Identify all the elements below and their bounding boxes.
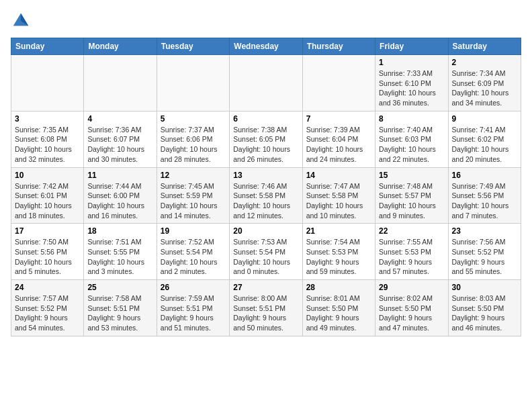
- day-info: Sunrise: 7:40 AMSunset: 6:03 PMDaylight:…: [379, 125, 444, 165]
- day-number: 11: [87, 171, 152, 180]
- calendar-cell: [230, 55, 302, 111]
- day-number: 23: [452, 226, 517, 236]
- day-info: Sunrise: 7:56 AMSunset: 5:52 PMDaylight:…: [452, 237, 517, 277]
- day-number: 4: [87, 114, 152, 124]
- day-info: Sunrise: 7:39 AMSunset: 6:04 PMDaylight:…: [306, 125, 371, 165]
- calendar-cell: 20Sunrise: 7:53 AMSunset: 5:54 PMDayligh…: [230, 224, 302, 280]
- day-info: Sunrise: 7:42 AMSunset: 6:01 PMDaylight:…: [15, 181, 80, 221]
- day-number: 2: [452, 58, 517, 67]
- calendar-cell: 21Sunrise: 7:54 AMSunset: 5:53 PMDayligh…: [302, 224, 375, 280]
- day-info: Sunrise: 7:49 AMSunset: 5:56 PMDaylight:…: [452, 181, 517, 221]
- calendar-cell: 22Sunrise: 7:55 AMSunset: 5:53 PMDayligh…: [375, 224, 448, 280]
- day-info: Sunrise: 7:47 AMSunset: 5:58 PMDaylight:…: [306, 181, 371, 221]
- day-info: Sunrise: 7:58 AMSunset: 5:51 PMDaylight:…: [87, 293, 152, 333]
- calendar-cell: [11, 55, 84, 111]
- day-info: Sunrise: 7:55 AMSunset: 5:53 PMDaylight:…: [379, 237, 444, 277]
- day-number: 25: [87, 283, 152, 292]
- day-info: Sunrise: 7:53 AMSunset: 5:54 PMDaylight:…: [233, 237, 298, 277]
- calendar: SundayMondayTuesdayWednesdayThursdayFrid…: [11, 38, 521, 336]
- calendar-body: 1Sunrise: 7:33 AMSunset: 6:10 PMDaylight…: [11, 55, 521, 336]
- calendar-cell: 17Sunrise: 7:50 AMSunset: 5:56 PMDayligh…: [11, 224, 84, 280]
- calendar-cell: 3Sunrise: 7:35 AMSunset: 6:08 PMDaylight…: [11, 111, 84, 167]
- calendar-week-4: 17Sunrise: 7:50 AMSunset: 5:56 PMDayligh…: [11, 224, 521, 280]
- day-info: Sunrise: 7:35 AMSunset: 6:08 PMDaylight:…: [15, 125, 80, 165]
- day-info: Sunrise: 7:37 AMSunset: 6:06 PMDaylight:…: [161, 125, 226, 165]
- day-info: Sunrise: 7:46 AMSunset: 5:58 PMDaylight:…: [233, 181, 298, 221]
- day-info: Sunrise: 7:34 AMSunset: 6:09 PMDaylight:…: [452, 68, 517, 108]
- calendar-cell: 29Sunrise: 8:02 AMSunset: 5:50 PMDayligh…: [375, 280, 448, 336]
- day-number: 19: [161, 226, 226, 236]
- day-number: 1: [379, 58, 444, 67]
- calendar-cell: 19Sunrise: 7:52 AMSunset: 5:54 PMDayligh…: [157, 224, 229, 280]
- day-number: 26: [161, 283, 226, 292]
- weekday-header-tuesday: Tuesday: [157, 38, 229, 55]
- calendar-cell: 7Sunrise: 7:39 AMSunset: 6:04 PMDaylight…: [302, 111, 375, 167]
- day-info: Sunrise: 7:44 AMSunset: 6:00 PMDaylight:…: [87, 181, 152, 221]
- day-info: Sunrise: 7:33 AMSunset: 6:10 PMDaylight:…: [379, 68, 444, 108]
- calendar-cell: 9Sunrise: 7:41 AMSunset: 6:02 PMDaylight…: [448, 111, 521, 167]
- calendar-cell: 6Sunrise: 7:38 AMSunset: 6:05 PMDaylight…: [230, 111, 302, 167]
- calendar-cell: 14Sunrise: 7:47 AMSunset: 5:58 PMDayligh…: [302, 167, 375, 224]
- logo-icon: [11, 11, 31, 31]
- calendar-cell: 2Sunrise: 7:34 AMSunset: 6:09 PMDaylight…: [448, 55, 521, 111]
- calendar-cell: [84, 55, 157, 111]
- day-info: Sunrise: 7:57 AMSunset: 5:52 PMDaylight:…: [15, 293, 80, 333]
- day-info: Sunrise: 7:48 AMSunset: 5:57 PMDaylight:…: [379, 181, 444, 221]
- day-info: Sunrise: 7:51 AMSunset: 5:55 PMDaylight:…: [87, 237, 152, 277]
- day-info: Sunrise: 7:36 AMSunset: 6:07 PMDaylight:…: [87, 125, 152, 165]
- day-number: 28: [306, 283, 371, 292]
- day-number: 20: [233, 226, 298, 236]
- calendar-cell: 8Sunrise: 7:40 AMSunset: 6:03 PMDaylight…: [375, 111, 448, 167]
- calendar-header-row: SundayMondayTuesdayWednesdayThursdayFrid…: [11, 38, 521, 55]
- weekday-header-friday: Friday: [375, 38, 448, 55]
- calendar-cell: 18Sunrise: 7:51 AMSunset: 5:55 PMDayligh…: [84, 224, 157, 280]
- calendar-cell: 11Sunrise: 7:44 AMSunset: 6:00 PMDayligh…: [84, 167, 157, 224]
- day-number: 29: [379, 283, 444, 292]
- day-number: 27: [233, 283, 298, 292]
- day-number: 16: [452, 171, 517, 180]
- day-number: 13: [233, 171, 298, 180]
- calendar-cell: 5Sunrise: 7:37 AMSunset: 6:06 PMDaylight…: [157, 111, 229, 167]
- day-number: 21: [306, 226, 371, 236]
- day-info: Sunrise: 8:01 AMSunset: 5:50 PMDaylight:…: [306, 293, 371, 333]
- day-number: 15: [379, 171, 444, 180]
- day-number: 30: [452, 283, 517, 292]
- day-number: 17: [15, 226, 80, 236]
- day-info: Sunrise: 8:03 AMSunset: 5:50 PMDaylight:…: [452, 293, 517, 333]
- day-number: 8: [379, 114, 444, 124]
- calendar-cell: [302, 55, 375, 111]
- calendar-cell: 25Sunrise: 7:58 AMSunset: 5:51 PMDayligh…: [84, 280, 157, 336]
- calendar-cell: 28Sunrise: 8:01 AMSunset: 5:50 PMDayligh…: [302, 280, 375, 336]
- day-info: Sunrise: 8:02 AMSunset: 5:50 PMDaylight:…: [379, 293, 444, 333]
- calendar-week-3: 10Sunrise: 7:42 AMSunset: 6:01 PMDayligh…: [11, 167, 521, 224]
- weekday-header-thursday: Thursday: [302, 38, 375, 55]
- day-number: 9: [452, 114, 517, 124]
- day-info: Sunrise: 7:41 AMSunset: 6:02 PMDaylight:…: [452, 125, 517, 165]
- day-info: Sunrise: 7:50 AMSunset: 5:56 PMDaylight:…: [15, 237, 80, 277]
- day-info: Sunrise: 7:52 AMSunset: 5:54 PMDaylight:…: [161, 237, 226, 277]
- calendar-cell: 24Sunrise: 7:57 AMSunset: 5:52 PMDayligh…: [11, 280, 84, 336]
- calendar-cell: 15Sunrise: 7:48 AMSunset: 5:57 PMDayligh…: [375, 167, 448, 224]
- day-number: 22: [379, 226, 444, 236]
- day-number: 3: [15, 114, 80, 124]
- calendar-cell: 4Sunrise: 7:36 AMSunset: 6:07 PMDaylight…: [84, 111, 157, 167]
- calendar-cell: 16Sunrise: 7:49 AMSunset: 5:56 PMDayligh…: [448, 167, 521, 224]
- day-info: Sunrise: 8:00 AMSunset: 5:51 PMDaylight:…: [233, 293, 298, 333]
- calendar-cell: 26Sunrise: 7:59 AMSunset: 5:51 PMDayligh…: [157, 280, 229, 336]
- day-number: 6: [233, 114, 298, 124]
- day-info: Sunrise: 7:59 AMSunset: 5:51 PMDaylight:…: [161, 293, 226, 333]
- weekday-header-saturday: Saturday: [448, 38, 521, 55]
- calendar-cell: [157, 55, 229, 111]
- calendar-week-1: 1Sunrise: 7:33 AMSunset: 6:10 PMDaylight…: [11, 55, 521, 111]
- day-number: 14: [306, 171, 371, 180]
- day-number: 24: [15, 283, 80, 292]
- day-info: Sunrise: 7:45 AMSunset: 5:59 PMDaylight:…: [161, 181, 226, 221]
- day-number: 10: [15, 171, 80, 180]
- calendar-week-2: 3Sunrise: 7:35 AMSunset: 6:08 PMDaylight…: [11, 111, 521, 167]
- weekday-header-monday: Monday: [84, 38, 157, 55]
- calendar-cell: 30Sunrise: 8:03 AMSunset: 5:50 PMDayligh…: [448, 280, 521, 336]
- calendar-cell: 10Sunrise: 7:42 AMSunset: 6:01 PMDayligh…: [11, 167, 84, 224]
- calendar-cell: 23Sunrise: 7:56 AMSunset: 5:52 PMDayligh…: [448, 224, 521, 280]
- day-number: 18: [87, 226, 152, 236]
- calendar-cell: 12Sunrise: 7:45 AMSunset: 5:59 PMDayligh…: [157, 167, 229, 224]
